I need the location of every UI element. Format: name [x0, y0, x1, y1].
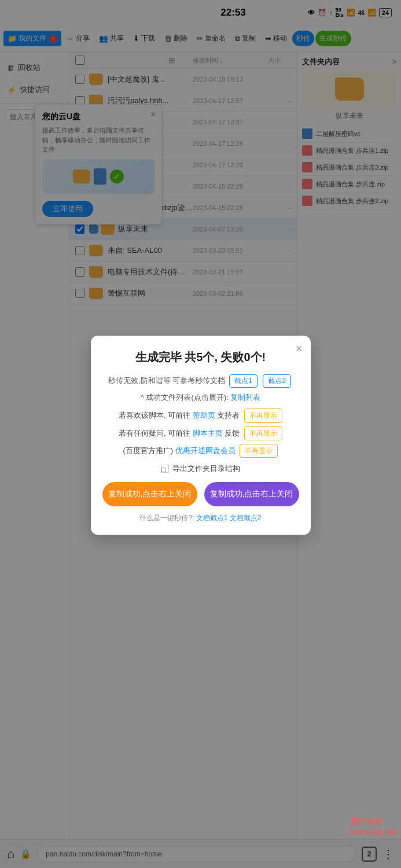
footer-link-2[interactable]: 文档截点2 [230, 514, 262, 522]
export-row: □ 导出文件夹目录结构 [102, 464, 299, 474]
expand-label: ^ 成功文件列表(点击展开): [141, 393, 229, 402]
watermark: 老王论坛laowang.vip [350, 816, 396, 836]
no-show-btn-3[interactable]: 不再显示 [240, 444, 278, 458]
modal-footer: 什么是一键秒传?: 文档截点1 文档截点2 [102, 513, 299, 523]
modal-notice-text: 秒传无效,防和谐等 可参考秒传文档 [108, 376, 225, 385]
modal-close-button[interactable]: × [296, 343, 303, 354]
script-home-link[interactable]: 脚本主页 [193, 429, 223, 437]
modal-line1-pre: 若喜欢该脚本, 可前往 [119, 411, 190, 420]
modal-dialog: × 生成完毕 共5个, 失败0个! 秒传无效,防和谐等 可参考秒传文档 截点1 … [91, 336, 311, 535]
export-label: 导出文件夹目录结构 [172, 464, 240, 474]
modal-footer-pre: 什么是一键秒传?: [139, 514, 194, 522]
modal-actions: 复制成功,点击右上关闭 复制成功,点击右上关闭 [102, 482, 299, 506]
copy-close-btn-orange[interactable]: 复制成功,点击右上关闭 [102, 482, 197, 506]
modal-line2-pre: 若有任何疑问, 可前往 [119, 429, 190, 437]
modal-line-3: (百度官方推广) 优惠开通网盘会员 不再显示 [102, 444, 299, 458]
copy-list-link[interactable]: 复制列表 [230, 393, 260, 402]
modal-line-2: 若有任何疑问, 可前往 脚本主页 反馈 不再显示 [102, 426, 299, 440]
vip-link[interactable]: 优惠开通网盘会员 [175, 446, 236, 455]
footer-link-1[interactable]: 文档截点1 [196, 514, 228, 522]
sponsor-link[interactable]: 赞助页 [193, 411, 215, 420]
expand-section: ^ 成功文件列表(点击展开): 复制列表 [102, 392, 299, 403]
modal-notice: 秒传无效,防和谐等 可参考秒传文档 截点1 截点2 [102, 374, 299, 388]
modal-line-1: 若喜欢该脚本, 可前往 赞助页 支持者 不再显示 [102, 409, 299, 422]
tag-btn-1[interactable]: 截点1 [229, 374, 257, 388]
export-checkbox[interactable]: □ [161, 465, 169, 473]
modal-overlay: × 生成完毕 共5个, 失败0个! 秒传无效,防和谐等 可参考秒传文档 截点1 … [0, 0, 401, 868]
no-show-btn-2[interactable]: 不再显示 [244, 426, 282, 440]
copy-close-btn-purple[interactable]: 复制成功,点击右上关闭 [204, 482, 299, 506]
tag-btn-2[interactable]: 截点2 [263, 374, 291, 388]
modal-line1-mid: 支持者 [217, 411, 240, 420]
modal-line2-mid: 反馈 [225, 429, 240, 437]
no-show-btn-1[interactable]: 不再显示 [244, 409, 282, 422]
modal-line3-pre: (百度官方推广) [123, 446, 174, 455]
modal-title: 生成完毕 共5个, 失败0个! [102, 350, 299, 365]
